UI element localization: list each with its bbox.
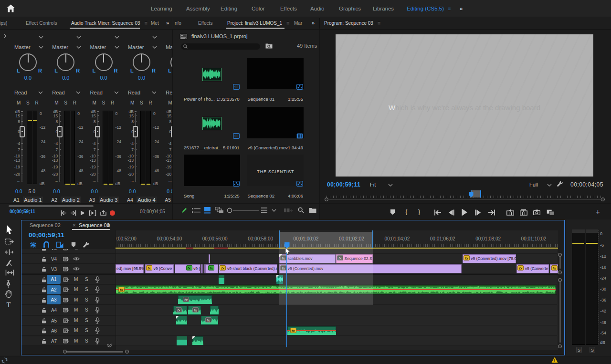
automation-mode-label[interactable]: Read — [90, 90, 103, 95]
audio-clip[interactable]: fx — [201, 316, 218, 325]
input-assign-dropdown-icon[interactable] — [39, 36, 43, 39]
pan-value[interactable]: 0.0 — [127, 75, 156, 81]
mute-button[interactable]: M — [93, 100, 96, 105]
audio-waveform-thumbnail[interactable] — [202, 68, 221, 81]
export-icon[interactable] — [100, 210, 106, 216]
solo-right-button[interactable]: S — [590, 347, 595, 353]
solo-left-button[interactable]: S — [576, 347, 582, 353]
automation-dropdown-icon[interactable] — [114, 91, 119, 94]
program-scrollbar-left-handle[interactable] — [325, 198, 328, 201]
workspace-tab-editing[interactable]: Editing — [221, 0, 237, 17]
audio-clip[interactable] — [210, 306, 219, 315]
hand-tool[interactable] — [5, 290, 16, 300]
automation-mode-label[interactable]: Read — [166, 90, 173, 95]
workspace-tab-learning[interactable]: Learning — [151, 0, 172, 17]
workspace-tab-audio[interactable]: Audio — [310, 0, 324, 17]
audio-clip[interactable] — [192, 336, 203, 345]
icon-view-icon[interactable] — [204, 207, 211, 214]
input-assign-dropdown-icon[interactable] — [76, 36, 81, 39]
volume-fader[interactable] — [95, 126, 100, 137]
panel-tab-effect-controls[interactable]: Effect Controls — [26, 17, 57, 29]
go-to-out-icon[interactable] — [70, 210, 76, 216]
go-to-out-icon[interactable] — [488, 209, 495, 216]
step-back-icon[interactable] — [448, 209, 455, 216]
home-icon[interactable] — [6, 4, 15, 13]
ripple-edit-tool[interactable] — [5, 249, 16, 259]
mark-in-icon[interactable]: { — [405, 208, 407, 215]
list-view-icon[interactable] — [192, 208, 201, 213]
sort-dropdown-icon[interactable] — [272, 209, 276, 212]
button-editor-icon[interactable]: + — [596, 208, 600, 216]
audio-clip[interactable]: fx — [173, 306, 187, 315]
video-clip[interactable]: fx — [205, 264, 218, 273]
new-bin-icon[interactable] — [309, 207, 316, 213]
program-mini-ruler[interactable] — [327, 194, 603, 198]
audio-clip[interactable] — [176, 316, 187, 325]
track-name-field[interactable]: Audio 4 — [137, 197, 157, 203]
record-arm-button[interactable]: R — [73, 100, 76, 105]
search-bin-icon[interactable] — [265, 42, 273, 49]
mixer-timecode[interactable]: 00;00;59;11 — [10, 209, 35, 214]
warning-icon[interactable] — [551, 357, 558, 363]
v-scrollbar-handle[interactable] — [558, 270, 562, 274]
program-playhead[interactable] — [469, 190, 474, 198]
type-tool[interactable]: T — [5, 301, 16, 311]
panel-group-overflow-icon[interactable]: » — [166, 17, 168, 29]
volume-fader[interactable] — [171, 126, 173, 137]
panel-tab-program-sequence-03[interactable]: Program: Sequence 03≡ — [324, 17, 380, 29]
h-scrollbar-left-handle[interactable] — [63, 350, 67, 354]
clip-thumbnail[interactable] — [247, 58, 304, 89]
lift-icon[interactable] — [506, 209, 514, 216]
input-assign-dropdown-icon[interactable] — [152, 36, 157, 39]
input-assign-dropdown-icon[interactable] — [115, 36, 119, 39]
panel-tab-clips-[interactable]: clips) — [0, 17, 7, 29]
pan-value[interactable]: 0.0 — [13, 75, 42, 81]
record-arm-button[interactable]: R — [111, 100, 114, 105]
mixer-h-scrollbar[interactable] — [9, 205, 94, 208]
extract-icon[interactable] — [520, 209, 527, 216]
program-scrollbar-right-handle[interactable] — [601, 198, 605, 201]
audio-badge-icon[interactable] — [233, 133, 240, 139]
track-name-field[interactable]: Audio 1 — [23, 197, 43, 203]
comparison-view-icon[interactable] — [547, 209, 555, 216]
resolution-dropdown-icon[interactable] — [547, 184, 552, 187]
workspace-menu-icon[interactable]: ≡ — [448, 6, 451, 11]
workspace-tab-libraries[interactable]: Libraries — [373, 0, 394, 17]
fader-value[interactable]: 0.0 — [91, 188, 98, 194]
volume-fader[interactable] — [133, 126, 138, 137]
v-scrollbar-handle[interactable] — [558, 344, 562, 348]
audio-clip[interactable]: fx — [188, 306, 201, 315]
pan-knob[interactable] — [57, 53, 74, 71]
program-video-frame[interactable]: Which is why we're always at the drawing… — [336, 34, 593, 177]
automation-dropdown-icon[interactable] — [38, 91, 43, 94]
track-output-dropdown-icon[interactable] — [152, 46, 157, 49]
pan-knob[interactable] — [19, 53, 37, 71]
zoom-slider-handle[interactable] — [227, 208, 232, 213]
program-timecode[interactable]: 00;00;59;11 — [327, 181, 360, 188]
item-name[interactable]: Song — [184, 193, 194, 198]
settings-wrench-icon[interactable] — [557, 180, 563, 187]
video-clip[interactable]: ed).mov [95.5%] — [116, 264, 144, 273]
pen-tool[interactable] — [5, 280, 16, 290]
pan-knob[interactable] — [95, 53, 113, 71]
track-output-dropdown-icon[interactable] — [76, 46, 81, 49]
mute-button[interactable]: M — [130, 100, 134, 105]
panel-tab-nfo[interactable]: nfo — [175, 17, 181, 29]
mute-button[interactable]: M — [54, 100, 58, 105]
pan-value[interactable]: 0.0 — [89, 75, 118, 81]
sequence-badge-icon[interactable] — [233, 181, 240, 187]
mark-out-icon[interactable]: } — [418, 208, 420, 215]
track-name-field[interactable]: Audio 3 — [99, 197, 119, 203]
volume-fader[interactable] — [57, 126, 63, 137]
add-marker-icon[interactable] — [390, 209, 395, 215]
panel-menu-icon[interactable]: ≡ — [378, 20, 380, 26]
play-icon[interactable] — [461, 208, 468, 216]
clip-thumbnail[interactable] — [247, 107, 304, 138]
sync-status-icon[interactable] — [1, 357, 8, 364]
play-in-out-icon[interactable] — [89, 210, 96, 216]
fader-value[interactable]: 0.0 — [53, 188, 60, 194]
track-output-label[interactable]: Master — [14, 44, 31, 50]
automation-mode-label[interactable]: Read — [128, 90, 140, 95]
step-forward-icon[interactable] — [474, 209, 481, 216]
automation-dropdown-icon[interactable] — [76, 91, 81, 94]
